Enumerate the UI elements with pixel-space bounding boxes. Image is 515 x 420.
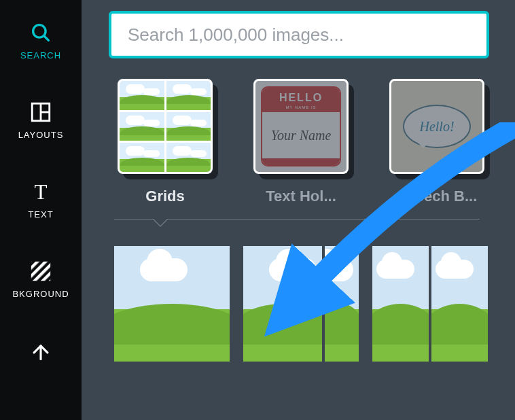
svg-line-1 bbox=[44, 36, 49, 41]
sidebar-item-label: BKGROUND bbox=[12, 289, 69, 299]
sidebar-item-label: LAYOUTS bbox=[18, 130, 64, 140]
grid-template-2col-b[interactable] bbox=[372, 246, 488, 362]
main-panel: Grids HELLO MY NAME IS Your Name Text Ho… bbox=[82, 0, 515, 420]
tag-hello: HELLO bbox=[262, 88, 340, 105]
svg-rect-7 bbox=[31, 262, 50, 281]
sidebar-item-search[interactable]: SEARCH bbox=[0, 12, 82, 73]
bubble-text: Hello! bbox=[403, 105, 471, 148]
category-row: Grids HELLO MY NAME IS Your Name Text Ho… bbox=[114, 79, 501, 205]
category-speech-bubbles[interactable]: Hello! Speech B... bbox=[386, 79, 488, 205]
selection-pointer-icon bbox=[152, 219, 168, 227]
sidebar-item-label: SEARCH bbox=[20, 50, 61, 60]
sidebar-item-text[interactable]: T TEXT bbox=[0, 171, 82, 232]
sidebar-item-layouts[interactable]: LAYOUTS bbox=[0, 92, 82, 152]
grid-template-2col-a[interactable] bbox=[243, 246, 359, 362]
search-input[interactable] bbox=[128, 24, 470, 46]
sidebar-item-background[interactable]: BKGROUND bbox=[0, 251, 82, 311]
grid-results bbox=[114, 246, 501, 362]
svg-text:T: T bbox=[34, 180, 47, 203]
text-holder-thumbnail: HELLO MY NAME IS Your Name bbox=[253, 79, 349, 174]
background-icon bbox=[29, 258, 52, 285]
category-text-holders[interactable]: HELLO MY NAME IS Your Name Text Hol... bbox=[250, 79, 352, 205]
sidebar-item-uploads[interactable] bbox=[0, 330, 82, 377]
category-label: Text Hol... bbox=[266, 188, 336, 205]
tag-name: Your Name bbox=[262, 112, 340, 158]
upload-arrow-icon bbox=[29, 337, 52, 364]
search-bar[interactable] bbox=[109, 11, 489, 58]
grids-thumbnail bbox=[118, 79, 213, 174]
category-label: Speech B... bbox=[397, 188, 478, 205]
tag-sub: MY NAME IS bbox=[262, 105, 340, 112]
speech-bubble-thumbnail: Hello! bbox=[389, 79, 484, 174]
search-icon bbox=[29, 19, 52, 46]
category-separator bbox=[114, 219, 480, 228]
sidebar-item-label: TEXT bbox=[28, 209, 53, 220]
layouts-icon bbox=[29, 99, 52, 126]
category-grids[interactable]: Grids bbox=[114, 79, 216, 205]
grid-template-1x1[interactable] bbox=[114, 246, 230, 362]
category-label: Grids bbox=[145, 188, 184, 205]
sidebar: SEARCH LAYOUTS T TEXT bbox=[0, 0, 82, 420]
text-icon: T bbox=[29, 178, 52, 205]
